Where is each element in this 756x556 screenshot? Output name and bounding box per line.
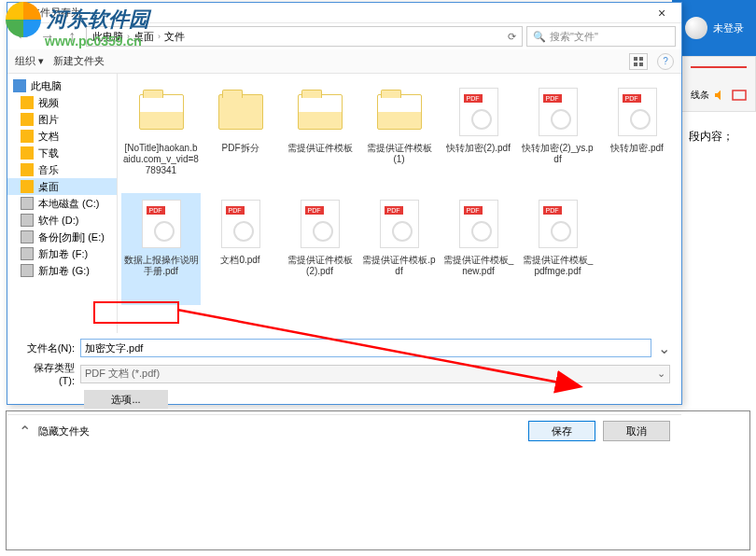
background-document-text: 段内容；: [681, 121, 756, 308]
sidebar-item[interactable]: 视频: [7, 94, 117, 111]
breadcrumb-part[interactable]: 此电脑: [92, 30, 123, 44]
file-item[interactable]: 文档0.pdf: [201, 193, 280, 305]
sidebar-item[interactable]: 此电脑: [7, 77, 117, 94]
hide-folders-toggle[interactable]: 隐藏文件夹: [38, 424, 90, 438]
file-label: 快转加密(2).pdf: [446, 143, 511, 154]
organize-menu[interactable]: 组织 ▾: [15, 54, 44, 68]
sidebar-item[interactable]: 软件 (D:): [7, 212, 117, 229]
file-label: 需提供证件模板_pdfmge.pdf: [520, 255, 595, 277]
chevron-down-icon[interactable]: ⌄: [657, 340, 670, 357]
sidebar-item-label: 桌面: [38, 180, 59, 194]
search-input[interactable]: 🔍 搜索"文件": [526, 26, 676, 47]
pdf-icon: [214, 197, 268, 251]
cancel-button[interactable]: 取消: [603, 421, 670, 441]
forward-button[interactable]: →: [37, 26, 58, 47]
sidebar-item[interactable]: 文档: [7, 128, 117, 145]
svg-rect-3: [634, 63, 637, 66]
background-app-header: 未登录: [672, 0, 756, 56]
sidebar-item[interactable]: 新加卷 (G:): [7, 262, 117, 279]
navigation-bar: ← → ↑ 此电脑 › 桌面 › 文件 ⟳ 🔍 搜索"文件": [7, 23, 681, 49]
file-item[interactable]: 需提供证件模板: [280, 81, 359, 193]
sidebar-item[interactable]: 桌面: [7, 178, 117, 195]
file-label: 数据上报操作说明手册.pdf: [123, 255, 199, 277]
file-item[interactable]: 快转加密(2).pdf: [439, 81, 518, 193]
titlebar: 文件另存为 ×: [7, 3, 681, 23]
file-item[interactable]: 需提供证件模板_new.pdf: [439, 193, 518, 305]
sidebar-item[interactable]: 音乐: [7, 161, 117, 178]
file-label: 需提供证件模板_new.pdf: [441, 255, 516, 277]
file-item[interactable]: [NoTitle]haokan.baidu.com_v_vid=8789341: [121, 81, 201, 193]
sidebar-item-label: 文档: [38, 130, 59, 144]
file-item[interactable]: 需提供证件模板(2).pdf: [280, 193, 359, 305]
sidebar-item-label: 下载: [38, 146, 59, 160]
pdf-icon: [293, 197, 347, 251]
sidebar: 此电脑视频图片文档下载音乐桌面本地磁盘 (C:)软件 (D:)备份[勿删] (E…: [7, 74, 118, 333]
avatar-icon: [685, 17, 707, 39]
folder-icon: [21, 113, 34, 126]
drive-icon: [21, 264, 34, 277]
drive-icon: [21, 197, 34, 210]
file-label: 需提供证件模板 (1): [361, 143, 437, 165]
pdf-icon: [531, 85, 585, 139]
options-button[interactable]: 选项...: [84, 390, 168, 409]
pdf-icon: [610, 85, 665, 139]
dialog-footer: ⌃ 隐藏文件夹 保存 取消: [7, 414, 681, 447]
file-item[interactable]: 数据上报操作说明手册.pdf: [121, 193, 201, 305]
svg-rect-2: [639, 57, 643, 61]
save-button[interactable]: 保存: [528, 421, 595, 441]
grid-icon: [633, 56, 644, 67]
file-item[interactable]: 快转加密(2)_ys.pdf: [518, 81, 597, 193]
sidebar-item[interactable]: 本地磁盘 (C:): [7, 195, 117, 212]
pdf-icon: [531, 197, 585, 251]
pdf-icon: [372, 197, 427, 251]
file-label: 需提供证件模板: [287, 143, 353, 154]
file-label: 快转加密.pdf: [610, 143, 664, 154]
drive-icon: [21, 230, 34, 243]
music-icon: [21, 163, 34, 176]
breadcrumb-part[interactable]: 桌面: [133, 30, 154, 44]
file-grid: [NoTitle]haokan.baidu.com_v_vid=8789341P…: [118, 74, 681, 333]
view-mode-button[interactable]: [629, 53, 648, 70]
breadcrumb-part[interactable]: 文件: [164, 30, 185, 44]
save-as-dialog: 文件另存为 × ← → ↑ 此电脑 › 桌面 › 文件 ⟳ 🔍 搜索"文件" 组…: [7, 2, 682, 405]
chevron-right-icon: ›: [127, 32, 130, 41]
file-label: 需提供证件模板(2).pdf: [282, 255, 357, 277]
pdf-icon: [452, 85, 506, 139]
file-item[interactable]: 需提供证件模板_pdfmge.pdf: [518, 193, 597, 305]
sidebar-item[interactable]: 新加卷 (F:): [7, 245, 117, 262]
folder-preview-icon: [134, 85, 189, 139]
back-button[interactable]: ←: [13, 26, 34, 47]
lines-label: 线条: [691, 89, 709, 102]
breadcrumb[interactable]: 此电脑 › 桌面 › 文件 ⟳: [86, 26, 523, 47]
file-label: PDF拆分: [222, 143, 259, 154]
file-item[interactable]: 快转加密.pdf: [597, 81, 677, 193]
file-item[interactable]: 需提供证件模板 (1): [359, 81, 439, 193]
filename-input[interactable]: [80, 339, 651, 357]
folder-icon: [21, 180, 34, 193]
svg-rect-4: [639, 63, 643, 66]
sidebar-item[interactable]: 备份[勿删] (E:): [7, 229, 117, 245]
sidebar-item-label: 本地磁盘 (C:): [38, 197, 99, 211]
filename-label: 文件名(N):: [19, 341, 75, 355]
drive-icon: [21, 247, 34, 260]
new-folder-button[interactable]: 新建文件夹: [53, 54, 105, 68]
file-item[interactable]: PDF拆分: [201, 81, 280, 193]
app-icon: [13, 7, 26, 20]
file-label: [NoTitle]haokan.baidu.com_v_vid=8789341: [123, 143, 199, 176]
filetype-select[interactable]: PDF 文档 (*.pdf) ⌄: [80, 365, 670, 383]
toolbar: 组织 ▾ 新建文件夹 ?: [7, 49, 681, 74]
sidebar-item-label: 备份[勿删] (E:): [38, 230, 105, 244]
login-status: 未登录: [713, 21, 744, 35]
file-item[interactable]: 需提供证件模板.pdf: [359, 193, 439, 305]
pc-icon: [13, 79, 26, 92]
close-button[interactable]: ×: [648, 4, 676, 22]
help-button[interactable]: ?: [657, 53, 674, 70]
sidebar-item[interactable]: 下载: [7, 145, 117, 161]
sidebar-item[interactable]: 图片: [7, 111, 117, 128]
sidebar-item-label: 新加卷 (G:): [38, 264, 90, 278]
refresh-button[interactable]: ⟳: [508, 31, 516, 43]
folder-icon: [214, 85, 268, 139]
sidebar-item-label: 视频: [38, 96, 59, 110]
pdf-icon: [134, 197, 189, 251]
up-button[interactable]: ↑: [62, 26, 82, 47]
